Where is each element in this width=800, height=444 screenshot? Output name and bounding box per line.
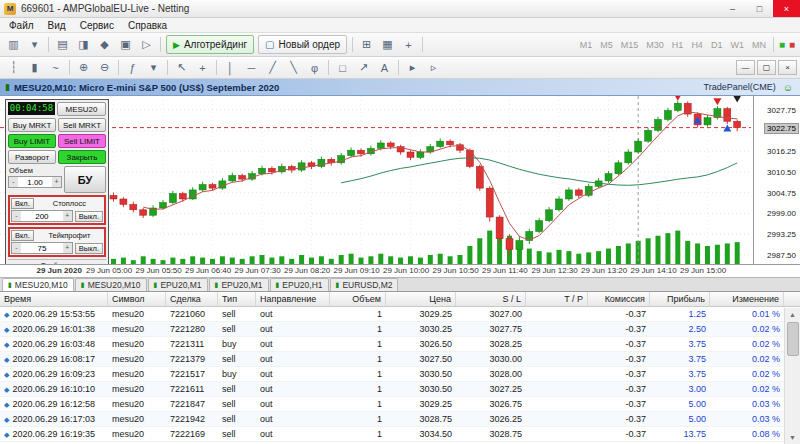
column-header-7[interactable]: Цена (386, 292, 456, 306)
close-position-button[interactable]: Закрыть (58, 150, 106, 164)
new-order-button[interactable]: ▢ Новый ордер (258, 35, 347, 54)
history-row[interactable]: ◆2020.06.29 16:19:35mesu207222169sellout… (0, 427, 784, 442)
history-row[interactable]: ◆2020.06.29 15:53:55mesu207221060sellout… (0, 307, 784, 322)
timeframe-w1[interactable]: W1 (726, 36, 748, 54)
column-header-1[interactable]: Время (0, 292, 108, 306)
menu-item-3[interactable]: Сервис (73, 20, 121, 31)
minimize-button[interactable]: – (719, 0, 746, 17)
chart-shift-icon[interactable]: ▹ (424, 59, 443, 77)
zoom-in-icon[interactable]: ⊕ (74, 59, 93, 77)
chart-restore-button[interactable]: ▢ (757, 60, 776, 75)
candlestick-chart-icon[interactable]: ▮ (25, 59, 44, 77)
column-header-10[interactable]: Комиссия (588, 292, 650, 306)
timeframe-m15[interactable]: M15 (617, 36, 643, 54)
algo-trading-button[interactable]: ▶ Алготрейдинг (166, 35, 254, 54)
history-row[interactable]: ◆2020.06.29 16:03:48mesu207221311buyout1… (0, 337, 784, 352)
chart-area[interactable]: 3027.753022.003016.253010.503004.752999.… (0, 96, 800, 264)
chart-tab-1[interactable]: ▮MESU20,M10 (2, 278, 74, 291)
stoploss-off-button[interactable]: Выкл. (75, 211, 103, 222)
menu-item-2[interactable]: Вид (41, 20, 73, 31)
takeprofit-increase-button[interactable]: + (63, 243, 72, 253)
timeframe-mn[interactable]: MN (748, 36, 770, 54)
column-header-4[interactable]: Тип (218, 292, 256, 306)
column-header-3[interactable]: Сделка (166, 292, 218, 306)
column-header-11[interactable]: Прибыль (650, 292, 710, 306)
text-label-icon[interactable]: A (375, 59, 394, 77)
takeprofit-stepper[interactable]: - 75 + (11, 242, 73, 254)
data-window-icon[interactable]: ◨ (74, 36, 93, 54)
column-header-8[interactable]: S / L (456, 292, 526, 306)
line-chart-icon[interactable]: ~ (46, 59, 65, 77)
volume-decrease-button[interactable]: - (9, 177, 18, 187)
buy-market-button[interactable]: Buy MRKT (8, 118, 56, 132)
symbol-button[interactable]: MESU20 (57, 102, 106, 116)
time-axis[interactable]: 29 Jun 202029 Jun 05:0029 Jun 05:5029 Ju… (0, 264, 800, 277)
indicators-icon[interactable]: ƒ (123, 59, 142, 77)
sell-market-button[interactable]: Sell MRKT (58, 118, 106, 132)
chart-close-button[interactable]: × (778, 60, 797, 75)
timeframe-h4[interactable]: H4 (687, 36, 707, 54)
cursor-icon[interactable]: ↖ (172, 59, 191, 77)
menu-item-4[interactable]: Справка (121, 20, 174, 31)
channel-icon[interactable]: ╲ (284, 59, 303, 77)
tile-windows-icon[interactable]: ⊞ (357, 36, 376, 54)
indicators-dropdown-icon[interactable]: ▾ (144, 59, 163, 77)
strategy-tester-icon[interactable]: ▷ (137, 36, 156, 54)
trendline-icon[interactable]: ╱ (263, 59, 282, 77)
timeframe-m5[interactable]: M5 (596, 36, 617, 54)
fibonacci-icon[interactable]: φ (305, 59, 324, 77)
takeprofit-decrease-button[interactable]: - (12, 243, 21, 253)
scroll-up-icon[interactable]: ▲ (789, 308, 796, 321)
history-row[interactable]: ◆2020.06.29 16:01:38mesu207221280sellout… (0, 322, 784, 337)
stoploss-decrease-button[interactable]: - (12, 211, 21, 221)
takeprofit-on-button[interactable]: Вкл. (11, 230, 34, 241)
auto-scroll-icon[interactable]: ▸ (403, 59, 422, 77)
crosshair-cursor-icon[interactable]: + (399, 36, 418, 54)
scrollbar-thumb[interactable] (787, 322, 799, 356)
chart-tab-5[interactable]: ▮EPU20,H1 (270, 278, 329, 291)
history-row[interactable]: ◆2020.06.29 16:09:23mesu207221517buyout1… (0, 367, 784, 382)
chart-profiles-dropdown-icon[interactable]: ▾ (25, 36, 44, 54)
chart-minimize-button[interactable]: — (736, 60, 755, 75)
breakeven-button[interactable]: БУ (64, 166, 106, 193)
column-header-5[interactable]: Направление (256, 292, 330, 306)
new-chart-icon[interactable]: ▥ (4, 36, 23, 54)
column-header-2[interactable]: Символ (108, 292, 166, 306)
menu-item-1[interactable]: Файл (2, 20, 41, 31)
horizontal-line-icon[interactable]: ─ (242, 59, 261, 77)
volume-stepper[interactable]: - 1.00 + (8, 176, 62, 188)
buy-limit-button[interactable]: Buy LIMIT (8, 134, 56, 148)
vertical-line-icon[interactable]: │ (221, 59, 240, 77)
arrows-icon[interactable]: ↗ (354, 59, 373, 77)
column-header-6[interactable]: Объем (330, 292, 386, 306)
stoploss-increase-button[interactable]: + (63, 211, 72, 221)
column-header-9[interactable]: T / P (526, 292, 588, 306)
stoploss-stepper[interactable]: - 200 + (11, 210, 73, 222)
close-button[interactable]: × (773, 0, 800, 17)
sell-limit-button[interactable]: Sell LIMIT (58, 134, 106, 148)
volume-increase-button[interactable]: + (52, 177, 61, 187)
history-row[interactable]: ◆2020.06.29 16:12:58mesu207221847sellout… (0, 397, 784, 412)
navigator-icon[interactable]: ◆ (95, 36, 114, 54)
scroll-down-icon[interactable]: ▼ (789, 431, 796, 444)
timeframe-m1[interactable]: M1 (576, 36, 597, 54)
window-list-icon[interactable]: ▦ (378, 36, 397, 54)
takeprofit-off-button[interactable]: Выкл. (75, 243, 103, 254)
toolbox-icon[interactable]: ▣ (116, 36, 135, 54)
history-row[interactable]: ◆2020.06.29 16:17:03mesu207221942sellout… (0, 412, 784, 427)
history-row[interactable]: ◆2020.06.29 16:08:17mesu207221379sellout… (0, 352, 784, 367)
crosshair-icon[interactable]: + (193, 59, 212, 77)
history-row[interactable]: ◆2020.06.29 16:10:10mesu207221611sellout… (0, 382, 784, 397)
shapes-icon[interactable]: □ (333, 59, 352, 77)
timeframe-d1[interactable]: D1 (707, 36, 727, 54)
market-watch-icon[interactable]: ▤ (53, 36, 72, 54)
timeframe-m30[interactable]: M30 (642, 36, 668, 54)
column-header-12[interactable]: Изменение (710, 292, 784, 306)
chart-tab-4[interactable]: ▮EPU20,M1 (209, 278, 269, 291)
chart-tab-6[interactable]: ▮EURUSD,M2 (330, 278, 399, 291)
reverse-button[interactable]: Разворот (8, 150, 56, 164)
price-axis[interactable]: 3027.753022.003016.253010.503004.752999.… (753, 96, 800, 264)
stoploss-on-button[interactable]: Вкл. (11, 198, 34, 209)
timeframe-h1[interactable]: H1 (668, 36, 688, 54)
chart-tab-2[interactable]: ▮MESU20,M10 (75, 278, 147, 291)
